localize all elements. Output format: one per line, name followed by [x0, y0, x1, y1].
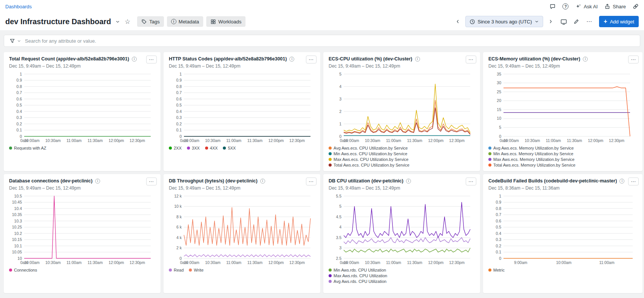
- legend-label: Total Aws.ecs. CPU Utilization.by Servic…: [334, 163, 409, 167]
- legend-item[interactable]: Avg Aws.rds. CPU Utilization: [329, 279, 475, 284]
- legend-item[interactable]: Min Aws.ecs. Memory Utilization.by Servi…: [488, 151, 637, 156]
- svg-text:0.3: 0.3: [16, 115, 22, 120]
- widget-menu-button[interactable]: ⋯: [628, 56, 639, 63]
- header-controls: Since 3 hours ago (UTC) ⋯ + Add widget: [452, 16, 639, 27]
- svg-text:4: 4: [339, 84, 341, 89]
- legend-item[interactable]: Total Aws.ecs. CPU Utilization.by Servic…: [329, 163, 475, 167]
- chart-svg[interactable]: 2.533.544.555.50am10:00am10:30am11:00am1…: [329, 192, 475, 266]
- svg-text:12:00pm: 12:00pm: [108, 138, 124, 143]
- info-icon[interactable]: i: [619, 179, 624, 184]
- legend-item[interactable]: Requests with AZ: [9, 146, 46, 150]
- chart-svg[interactable]: 00.10.20.30.40.50.60.70.80.910am10:00am1…: [169, 70, 315, 144]
- chart-svg[interactable]: 1010.0510.110.1510.210.2510.310.3510.410…: [9, 192, 155, 266]
- legend-item[interactable]: Write: [189, 268, 203, 272]
- legend-item[interactable]: 3XX: [187, 146, 200, 150]
- comment-icon: [550, 3, 556, 9]
- ellipsis-icon: ⋯: [468, 57, 474, 62]
- share-button[interactable]: Share: [604, 3, 626, 9]
- info-icon[interactable]: i: [583, 57, 588, 62]
- widget-menu-button[interactable]: ⋯: [628, 178, 639, 185]
- info-icon[interactable]: i: [132, 57, 137, 62]
- legend-item[interactable]: Min Aws.ecs. CPU Utilization.by Service: [329, 151, 475, 156]
- widget-menu-button[interactable]: ⋯: [146, 178, 157, 185]
- grid-icon: [210, 19, 216, 25]
- ask-ai-button[interactable]: Ask AI: [575, 3, 598, 9]
- chart-area[interactable]: 0123450am10:00am10:30am11:00am11:30am12:…: [329, 70, 475, 144]
- tags-button[interactable]: Tags: [137, 16, 164, 27]
- svg-text:10.4: 10.4: [14, 206, 22, 211]
- chart-area[interactable]: 00.10.20.30.40.50.60.70.80.910am10:00am1…: [169, 70, 315, 144]
- chart-area[interactable]: 02 k4 k6 k8 k10 k12 k0am10:00am10:30am11…: [169, 192, 315, 266]
- legend-item[interactable]: Max Aws.rds. CPU Utilization: [329, 273, 475, 278]
- edit-button[interactable]: [571, 16, 582, 27]
- legend-label: Write: [194, 268, 203, 272]
- svg-text:11:30am: 11:30am: [247, 138, 263, 143]
- more-options-button[interactable]: ⋯: [584, 16, 595, 27]
- legend-item[interactable]: 5XX: [223, 146, 236, 150]
- chart-area[interactable]: 00.10.20.30.40.50.60.70.80.910am10:00am1…: [9, 70, 155, 144]
- widget-title: Total Request Count (app/dev-alb/52e8a82…: [9, 56, 129, 62]
- legend-dot: [189, 269, 192, 272]
- legend-item[interactable]: Metric: [488, 268, 505, 272]
- svg-text:3: 3: [339, 97, 341, 101]
- chart-area[interactable]: 00.10.20.30.40.50.60.70.80.919:00am10:00…: [488, 192, 637, 266]
- favorite-star-button[interactable]: ☆: [125, 18, 130, 26]
- ellipsis-icon: ⋯: [149, 57, 154, 62]
- info-icon[interactable]: i: [415, 57, 420, 62]
- star-icon: ☆: [125, 18, 130, 25]
- widget-menu-button[interactable]: ⋯: [306, 178, 317, 185]
- search-input[interactable]: [25, 38, 638, 44]
- time-forward-button[interactable]: [545, 16, 556, 27]
- svg-text:0.8: 0.8: [16, 84, 22, 89]
- svg-text:0.3: 0.3: [496, 237, 501, 242]
- chart-svg[interactable]: 051015202530350am10:00am10:30am11:00am11…: [488, 70, 635, 144]
- legend-item[interactable]: Read: [169, 268, 184, 272]
- chart-area[interactable]: 051015202530350am10:00am10:30am11:00am11…: [488, 70, 637, 144]
- chart-legend: ReadWrite: [169, 268, 315, 272]
- svg-text:10:30am: 10:30am: [365, 260, 380, 265]
- widget-menu-button[interactable]: ⋯: [466, 56, 476, 63]
- filter-button[interactable]: [6, 38, 25, 44]
- widget-menu-button[interactable]: ⋯: [146, 56, 157, 63]
- legend-item[interactable]: Max Aws.ecs. CPU Utilization.by Service: [329, 157, 475, 162]
- widget-menu-button[interactable]: ⋯: [306, 56, 317, 63]
- info-icon[interactable]: i: [406, 179, 411, 184]
- chart-area[interactable]: 2.533.544.555.50am10:00am10:30am11:00am1…: [329, 192, 475, 266]
- svg-text:10.2: 10.2: [14, 231, 22, 236]
- chart-svg[interactable]: 00.10.20.30.40.50.60.70.80.919:00am10:00…: [488, 192, 637, 266]
- chart-svg[interactable]: 00.10.20.30.40.50.60.70.80.910am10:00am1…: [9, 70, 155, 144]
- svg-text:10.35: 10.35: [12, 212, 22, 217]
- legend-item[interactable]: Avg Aws.ecs. Memory Utilization.by Servi…: [488, 146, 637, 150]
- info-icon[interactable]: i: [289, 57, 294, 62]
- chart-svg[interactable]: 02 k4 k6 k8 k10 k12 k0am10:00am10:30am11…: [169, 192, 315, 266]
- legend-item[interactable]: Max Aws.ecs. Memory Utilization.by Servi…: [488, 157, 637, 162]
- legend-item[interactable]: 2XX: [169, 146, 182, 150]
- time-picker[interactable]: Since 3 hours ago (UTC): [465, 16, 544, 27]
- title-dropdown-button[interactable]: [114, 16, 121, 27]
- info-icon[interactable]: i: [260, 179, 265, 184]
- svg-text:0.5: 0.5: [496, 225, 501, 229]
- svg-text:11:30am: 11:30am: [567, 138, 582, 143]
- metadata-button[interactable]: i Metadata: [167, 16, 203, 27]
- ellipsis-icon: ⋯: [309, 57, 314, 62]
- permalink-button[interactable]: [633, 3, 639, 9]
- chart-svg[interactable]: 0123450am10:00am10:30am11:00am11:30am12:…: [329, 70, 475, 144]
- chart-area[interactable]: 1010.0510.110.1510.210.2510.310.3510.410…: [9, 192, 155, 266]
- chevron-down-icon: [17, 39, 21, 43]
- legend-item[interactable]: Avg Aws.ecs. CPU Utilization.by Service: [329, 146, 475, 150]
- add-widget-button[interactable]: + Add widget: [599, 16, 639, 27]
- add-widget-label: Add widget: [610, 19, 634, 25]
- breadcrumb-dashboards[interactable]: Dashboards: [5, 4, 32, 9]
- feedback-button[interactable]: [550, 3, 556, 9]
- tv-mode-button[interactable]: [558, 16, 569, 27]
- legend-item[interactable]: Total Aws.ecs. Memory Utilization.by Ser…: [488, 163, 637, 167]
- help-button[interactable]: ?: [562, 3, 568, 9]
- time-back-button[interactable]: [452, 16, 463, 27]
- info-icon[interactable]: i: [95, 179, 100, 184]
- legend-item[interactable]: Connections: [9, 268, 37, 272]
- widget-menu-button[interactable]: ⋯: [466, 178, 476, 185]
- legend-item[interactable]: 4XX: [205, 146, 218, 150]
- svg-text:12:30pm: 12:30pm: [130, 260, 145, 265]
- workloads-button[interactable]: Workloads: [206, 16, 246, 27]
- legend-item[interactable]: Min Aws.rds. CPU Utilization: [329, 268, 475, 272]
